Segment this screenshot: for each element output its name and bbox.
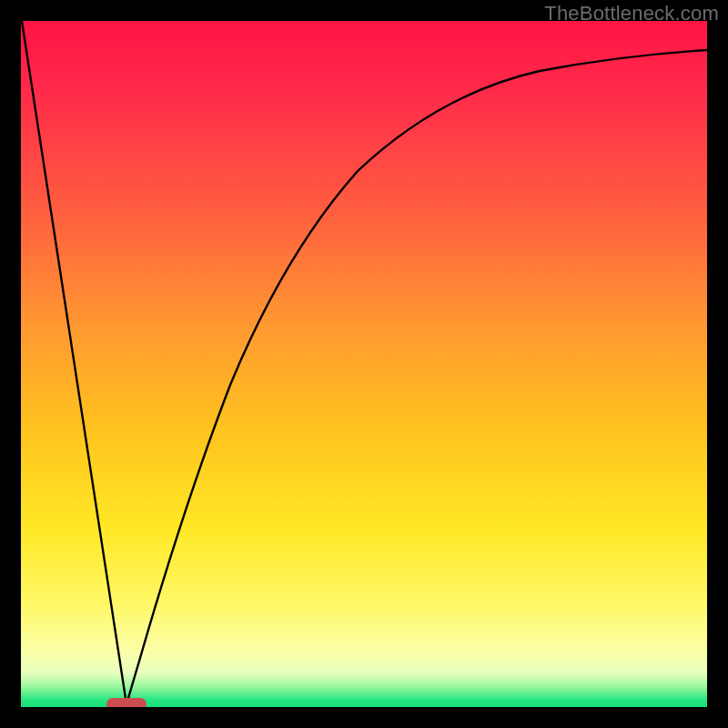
valley-marker (106, 698, 147, 707)
right-curve (126, 50, 707, 704)
watermark-text: TheBottleneck.com (544, 2, 719, 25)
chart-curves (21, 21, 707, 707)
left-line (22, 21, 126, 704)
plot-area (21, 21, 707, 707)
chart-frame: TheBottleneck.com (0, 0, 728, 728)
